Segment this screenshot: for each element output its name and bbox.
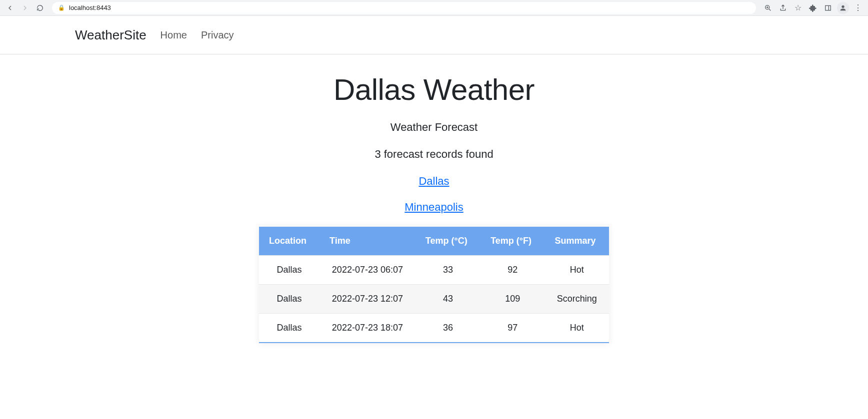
share-icon: [779, 4, 787, 12]
nav-home[interactable]: Home: [160, 29, 187, 41]
forecast-table: Location Time Temp (°C) Temp (°F) Summar…: [259, 227, 609, 343]
browser-chrome: 🔒 localhost:8443 ☆ ⋮: [0, 0, 868, 16]
col-temp-f: Temp (°F): [480, 227, 544, 256]
cell-location: Dallas: [259, 256, 320, 285]
arrow-left-icon: [6, 4, 14, 12]
col-summary: Summary: [544, 227, 609, 256]
link-dallas[interactable]: Dallas: [418, 175, 449, 187]
table-row: Dallas 2022-07-23 06:07 33 92 Hot: [259, 256, 609, 285]
navbar-brand[interactable]: WeatherSite: [75, 27, 146, 43]
lock-icon: 🔒: [58, 4, 65, 11]
reload-icon: [36, 4, 44, 12]
back-button[interactable]: [4, 2, 16, 14]
cell-summary: Hot: [544, 256, 609, 285]
site-navbar: WeatherSite Home Privacy: [0, 16, 868, 54]
share-button[interactable]: [777, 2, 789, 14]
forward-button[interactable]: [19, 2, 31, 14]
nav-privacy[interactable]: Privacy: [201, 29, 234, 41]
cell-location: Dallas: [259, 285, 320, 314]
cell-summary: Hot: [544, 314, 609, 343]
cell-location: Dallas: [259, 314, 320, 343]
forecast-table-wrap: Location Time Temp (°C) Temp (°F) Summar…: [259, 227, 609, 343]
cell-summary: Scorching: [544, 285, 609, 314]
page-subtitle: Weather Forecast: [0, 121, 868, 134]
profile-icon: [839, 4, 847, 12]
kebab-icon: ⋮: [854, 3, 862, 12]
col-location: Location: [259, 227, 320, 256]
col-temp-c: Temp (°C): [416, 227, 480, 256]
reload-button[interactable]: [34, 2, 46, 14]
cell-time: 2022-07-23 06:07: [320, 256, 416, 285]
panel-button[interactable]: [822, 2, 834, 14]
star-icon: ☆: [794, 3, 802, 12]
table-row: Dallas 2022-07-23 18:07 36 97 Hot: [259, 314, 609, 343]
zoom-icon: [764, 4, 772, 12]
cell-time: 2022-07-23 12:07: [320, 285, 416, 314]
record-count: 3 forecast records found: [0, 148, 868, 161]
cell-temp-c: 43: [416, 285, 480, 314]
svg-point-2: [842, 5, 844, 7]
main-content: Dallas Weather Weather Forecast 3 foreca…: [0, 54, 868, 373]
table-row: Dallas 2022-07-23 12:07 43 109 Scorching: [259, 285, 609, 314]
cell-temp-c: 36: [416, 314, 480, 343]
cell-time: 2022-07-23 18:07: [320, 314, 416, 343]
menu-button[interactable]: ⋮: [852, 2, 864, 14]
svg-rect-1: [826, 5, 831, 10]
bookmark-button[interactable]: ☆: [792, 2, 804, 14]
col-time: Time: [320, 227, 416, 256]
link-minneapolis[interactable]: Minneapolis: [404, 201, 463, 213]
cell-temp-f: 97: [480, 314, 544, 343]
table-header-row: Location Time Temp (°C) Temp (°F) Summar…: [259, 227, 609, 256]
cell-temp-c: 33: [416, 256, 480, 285]
puzzle-icon: [809, 4, 817, 12]
arrow-right-icon: [21, 4, 29, 12]
cell-temp-f: 109: [480, 285, 544, 314]
panel-icon: [824, 4, 832, 12]
extensions-button[interactable]: [807, 2, 819, 14]
page-title: Dallas Weather: [0, 72, 868, 107]
profile-button[interactable]: [837, 2, 849, 14]
url-text: localhost:8443: [69, 4, 111, 11]
cell-temp-f: 92: [480, 256, 544, 285]
address-bar[interactable]: 🔒 localhost:8443: [52, 2, 756, 14]
zoom-button[interactable]: [762, 2, 774, 14]
